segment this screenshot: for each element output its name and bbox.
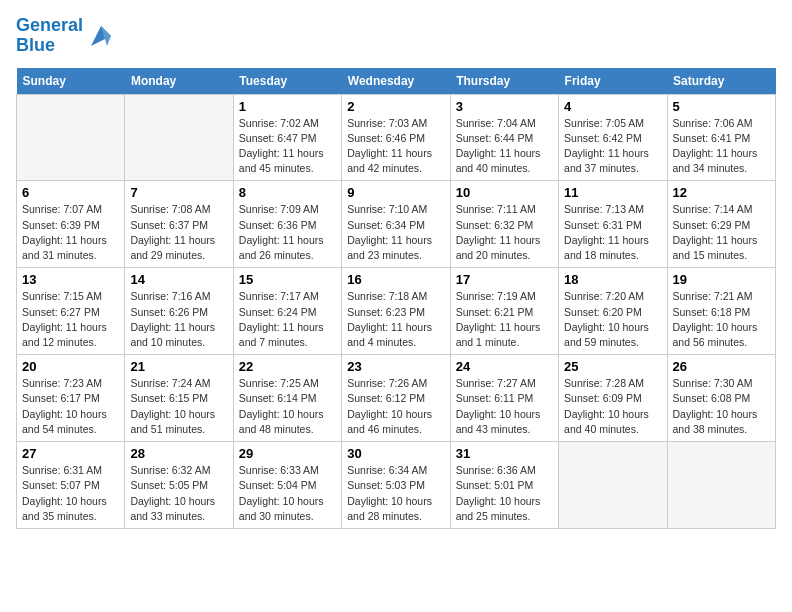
calendar-week-row: 1Sunrise: 7:02 AM Sunset: 6:47 PM Daylig…: [17, 94, 776, 181]
weekday-header: Tuesday: [233, 68, 341, 95]
day-info: Sunrise: 6:34 AM Sunset: 5:03 PM Dayligh…: [347, 463, 444, 524]
day-info: Sunrise: 7:13 AM Sunset: 6:31 PM Dayligh…: [564, 202, 661, 263]
day-number: 10: [456, 185, 553, 200]
weekday-header: Friday: [559, 68, 667, 95]
day-number: 5: [673, 99, 770, 114]
calendar-cell: 29Sunrise: 6:33 AM Sunset: 5:04 PM Dayli…: [233, 442, 341, 529]
day-info: Sunrise: 7:23 AM Sunset: 6:17 PM Dayligh…: [22, 376, 119, 437]
calendar-cell: 27Sunrise: 6:31 AM Sunset: 5:07 PM Dayli…: [17, 442, 125, 529]
day-info: Sunrise: 7:16 AM Sunset: 6:26 PM Dayligh…: [130, 289, 227, 350]
calendar-week-row: 13Sunrise: 7:15 AM Sunset: 6:27 PM Dayli…: [17, 268, 776, 355]
day-info: Sunrise: 7:10 AM Sunset: 6:34 PM Dayligh…: [347, 202, 444, 263]
day-info: Sunrise: 7:04 AM Sunset: 6:44 PM Dayligh…: [456, 116, 553, 177]
day-number: 16: [347, 272, 444, 287]
calendar-cell: 22Sunrise: 7:25 AM Sunset: 6:14 PM Dayli…: [233, 355, 341, 442]
calendar-cell: 25Sunrise: 7:28 AM Sunset: 6:09 PM Dayli…: [559, 355, 667, 442]
calendar-table: SundayMondayTuesdayWednesdayThursdayFrid…: [16, 68, 776, 529]
calendar-body: 1Sunrise: 7:02 AM Sunset: 6:47 PM Daylig…: [17, 94, 776, 528]
weekday-header: Wednesday: [342, 68, 450, 95]
day-info: Sunrise: 7:28 AM Sunset: 6:09 PM Dayligh…: [564, 376, 661, 437]
calendar-cell: 7Sunrise: 7:08 AM Sunset: 6:37 PM Daylig…: [125, 181, 233, 268]
calendar-cell: 28Sunrise: 6:32 AM Sunset: 5:05 PM Dayli…: [125, 442, 233, 529]
logo-icon: [87, 22, 115, 50]
day-number: 27: [22, 446, 119, 461]
day-number: 2: [347, 99, 444, 114]
day-number: 25: [564, 359, 661, 374]
calendar-cell: 11Sunrise: 7:13 AM Sunset: 6:31 PM Dayli…: [559, 181, 667, 268]
header: General Blue: [16, 16, 776, 56]
day-number: 29: [239, 446, 336, 461]
day-info: Sunrise: 7:19 AM Sunset: 6:21 PM Dayligh…: [456, 289, 553, 350]
day-number: 23: [347, 359, 444, 374]
day-number: 14: [130, 272, 227, 287]
calendar-cell: 26Sunrise: 7:30 AM Sunset: 6:08 PM Dayli…: [667, 355, 775, 442]
calendar-header-row: SundayMondayTuesdayWednesdayThursdayFrid…: [17, 68, 776, 95]
calendar-cell: 24Sunrise: 7:27 AM Sunset: 6:11 PM Dayli…: [450, 355, 558, 442]
day-info: Sunrise: 7:18 AM Sunset: 6:23 PM Dayligh…: [347, 289, 444, 350]
calendar-cell: 18Sunrise: 7:20 AM Sunset: 6:20 PM Dayli…: [559, 268, 667, 355]
calendar-cell: 21Sunrise: 7:24 AM Sunset: 6:15 PM Dayli…: [125, 355, 233, 442]
day-info: Sunrise: 7:05 AM Sunset: 6:42 PM Dayligh…: [564, 116, 661, 177]
day-number: 15: [239, 272, 336, 287]
calendar-cell: 5Sunrise: 7:06 AM Sunset: 6:41 PM Daylig…: [667, 94, 775, 181]
calendar-cell: 4Sunrise: 7:05 AM Sunset: 6:42 PM Daylig…: [559, 94, 667, 181]
calendar-week-row: 27Sunrise: 6:31 AM Sunset: 5:07 PM Dayli…: [17, 442, 776, 529]
day-number: 24: [456, 359, 553, 374]
day-number: 11: [564, 185, 661, 200]
calendar-cell: 14Sunrise: 7:16 AM Sunset: 6:26 PM Dayli…: [125, 268, 233, 355]
calendar-cell: 23Sunrise: 7:26 AM Sunset: 6:12 PM Dayli…: [342, 355, 450, 442]
day-info: Sunrise: 7:02 AM Sunset: 6:47 PM Dayligh…: [239, 116, 336, 177]
day-number: 4: [564, 99, 661, 114]
day-info: Sunrise: 6:33 AM Sunset: 5:04 PM Dayligh…: [239, 463, 336, 524]
weekday-header: Monday: [125, 68, 233, 95]
day-number: 21: [130, 359, 227, 374]
day-info: Sunrise: 7:17 AM Sunset: 6:24 PM Dayligh…: [239, 289, 336, 350]
calendar-cell: 16Sunrise: 7:18 AM Sunset: 6:23 PM Dayli…: [342, 268, 450, 355]
calendar-cell: 2Sunrise: 7:03 AM Sunset: 6:46 PM Daylig…: [342, 94, 450, 181]
logo-blue: Blue: [16, 35, 55, 55]
calendar-cell: 1Sunrise: 7:02 AM Sunset: 6:47 PM Daylig…: [233, 94, 341, 181]
calendar-cell: 6Sunrise: 7:07 AM Sunset: 6:39 PM Daylig…: [17, 181, 125, 268]
weekday-header: Saturday: [667, 68, 775, 95]
calendar-cell: 19Sunrise: 7:21 AM Sunset: 6:18 PM Dayli…: [667, 268, 775, 355]
day-info: Sunrise: 7:25 AM Sunset: 6:14 PM Dayligh…: [239, 376, 336, 437]
day-number: 13: [22, 272, 119, 287]
day-number: 8: [239, 185, 336, 200]
day-info: Sunrise: 7:07 AM Sunset: 6:39 PM Dayligh…: [22, 202, 119, 263]
calendar-week-row: 6Sunrise: 7:07 AM Sunset: 6:39 PM Daylig…: [17, 181, 776, 268]
calendar-cell: 20Sunrise: 7:23 AM Sunset: 6:17 PM Dayli…: [17, 355, 125, 442]
calendar-cell: [559, 442, 667, 529]
day-info: Sunrise: 6:31 AM Sunset: 5:07 PM Dayligh…: [22, 463, 119, 524]
day-info: Sunrise: 6:36 AM Sunset: 5:01 PM Dayligh…: [456, 463, 553, 524]
calendar-cell: 31Sunrise: 6:36 AM Sunset: 5:01 PM Dayli…: [450, 442, 558, 529]
calendar-cell: 3Sunrise: 7:04 AM Sunset: 6:44 PM Daylig…: [450, 94, 558, 181]
calendar-cell: 10Sunrise: 7:11 AM Sunset: 6:32 PM Dayli…: [450, 181, 558, 268]
calendar-cell: 12Sunrise: 7:14 AM Sunset: 6:29 PM Dayli…: [667, 181, 775, 268]
day-info: Sunrise: 7:30 AM Sunset: 6:08 PM Dayligh…: [673, 376, 770, 437]
calendar-cell: 30Sunrise: 6:34 AM Sunset: 5:03 PM Dayli…: [342, 442, 450, 529]
logo: General Blue: [16, 16, 115, 56]
day-number: 31: [456, 446, 553, 461]
day-number: 18: [564, 272, 661, 287]
day-info: Sunrise: 7:09 AM Sunset: 6:36 PM Dayligh…: [239, 202, 336, 263]
weekday-header: Thursday: [450, 68, 558, 95]
day-info: Sunrise: 7:20 AM Sunset: 6:20 PM Dayligh…: [564, 289, 661, 350]
calendar-cell: 17Sunrise: 7:19 AM Sunset: 6:21 PM Dayli…: [450, 268, 558, 355]
calendar-cell: [17, 94, 125, 181]
calendar-cell: 8Sunrise: 7:09 AM Sunset: 6:36 PM Daylig…: [233, 181, 341, 268]
day-info: Sunrise: 7:06 AM Sunset: 6:41 PM Dayligh…: [673, 116, 770, 177]
day-number: 20: [22, 359, 119, 374]
calendar-cell: 9Sunrise: 7:10 AM Sunset: 6:34 PM Daylig…: [342, 181, 450, 268]
day-info: Sunrise: 7:21 AM Sunset: 6:18 PM Dayligh…: [673, 289, 770, 350]
day-number: 19: [673, 272, 770, 287]
day-number: 22: [239, 359, 336, 374]
day-number: 17: [456, 272, 553, 287]
day-number: 9: [347, 185, 444, 200]
day-info: Sunrise: 7:15 AM Sunset: 6:27 PM Dayligh…: [22, 289, 119, 350]
calendar-cell: [125, 94, 233, 181]
day-info: Sunrise: 7:14 AM Sunset: 6:29 PM Dayligh…: [673, 202, 770, 263]
day-number: 7: [130, 185, 227, 200]
day-number: 1: [239, 99, 336, 114]
day-info: Sunrise: 7:03 AM Sunset: 6:46 PM Dayligh…: [347, 116, 444, 177]
day-info: Sunrise: 7:08 AM Sunset: 6:37 PM Dayligh…: [130, 202, 227, 263]
